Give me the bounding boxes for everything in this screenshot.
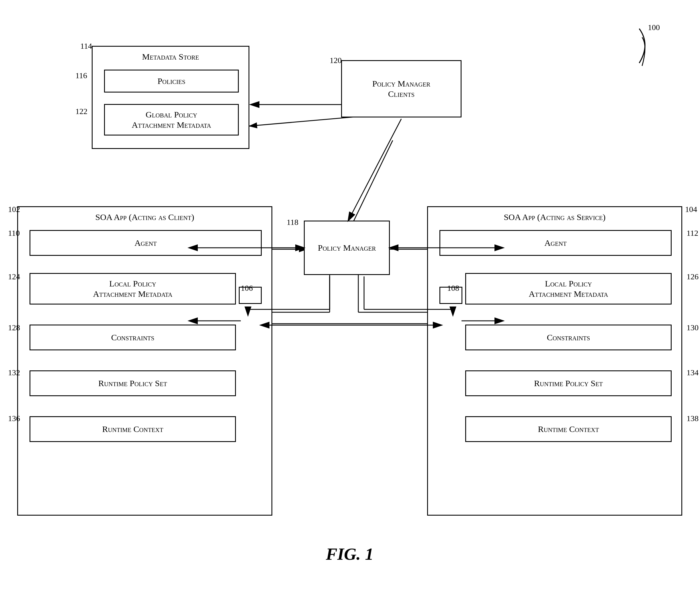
runtime-policy-left-label: Runtime Policy Set: [96, 377, 169, 390]
runtime-policy-right-box: Runtime Policy Set: [465, 370, 672, 396]
ref-134: 134: [686, 368, 699, 377]
ref-106: 106: [241, 284, 253, 293]
ref-128: 128: [8, 323, 20, 332]
ref-104: 104: [685, 205, 697, 214]
policies-label: Policies: [155, 75, 188, 87]
global-policy-box: Global PolicyAttachment Metadata: [104, 104, 239, 135]
figure-label: FIG. 1: [258, 544, 442, 564]
runtime-policy-left-box: Runtime Policy Set: [29, 370, 236, 396]
metadata-store-title: Metadata Store: [93, 52, 249, 61]
ref-122: 122: [75, 107, 88, 116]
soa-client-title: SOA App (Acting as Client): [18, 212, 272, 222]
constraints-right-label: Constraints: [545, 331, 593, 344]
runtime-context-left-box: Runtime Context: [29, 416, 236, 442]
agent-right-box: Agent: [440, 230, 672, 256]
svg-line-5: [350, 140, 393, 229]
ref-120: 120: [330, 56, 342, 65]
global-policy-label: Global PolicyAttachment Metadata: [129, 108, 213, 131]
ref-124: 124: [8, 272, 20, 281]
ref-110: 110: [8, 229, 20, 238]
soa-service-title: SOA App (Acting as Service): [428, 212, 681, 222]
ref-118: 118: [286, 218, 298, 227]
runtime-policy-right-label: Runtime Policy Set: [532, 377, 605, 390]
ref-130: 130: [686, 323, 699, 332]
ref-126: 126: [686, 272, 699, 281]
ref-108: 108: [447, 284, 459, 293]
local-policy-left-box: Local PolicyAttachment Metadata: [29, 273, 236, 305]
constraints-left-label: Constraints: [109, 331, 157, 344]
local-policy-left-label: Local PolicyAttachment Metadata: [91, 277, 175, 300]
runtime-context-right-label: Runtime Context: [535, 423, 601, 436]
ref-112: 112: [686, 229, 698, 238]
soa-service-box: SOA App (Acting as Service) Agent Local …: [427, 206, 682, 516]
local-policy-right-box: Local PolicyAttachment Metadata: [465, 273, 672, 305]
policy-manager-label: Policy Manager: [316, 241, 378, 254]
local-policy-right-label: Local PolicyAttachment Metadata: [526, 277, 610, 300]
policies-box: Policies: [104, 70, 239, 93]
ref-102: 102: [8, 205, 20, 214]
ref-136: 136: [8, 414, 20, 423]
ref-100: 100: [648, 23, 660, 32]
runtime-context-left-label: Runtime Context: [100, 423, 166, 436]
constraints-left-box: Constraints: [29, 324, 236, 350]
policy-manager-clients-box: Policy ManagerClients: [341, 60, 461, 117]
diagram: 100 Metadata Store Policies 116 Global P…: [0, 0, 700, 605]
policy-manager-clients-label: Policy ManagerClients: [370, 77, 433, 100]
ref-132: 132: [8, 368, 20, 377]
agent-right-label: Agent: [542, 237, 569, 249]
ref-138: 138: [686, 414, 699, 423]
agent-left-box: Agent: [29, 230, 262, 256]
ref-114: 114: [80, 42, 92, 51]
ref-116: 116: [75, 71, 87, 80]
metadata-store-box: Metadata Store Policies 116 Global Polic…: [92, 46, 249, 149]
agent-left-label: Agent: [132, 237, 159, 249]
runtime-context-right-box: Runtime Context: [465, 416, 672, 442]
policy-manager-box: Policy Manager: [304, 220, 390, 275]
soa-client-box: SOA App (Acting as Client) Agent Local P…: [17, 206, 272, 516]
constraints-right-box: Constraints: [465, 324, 672, 350]
